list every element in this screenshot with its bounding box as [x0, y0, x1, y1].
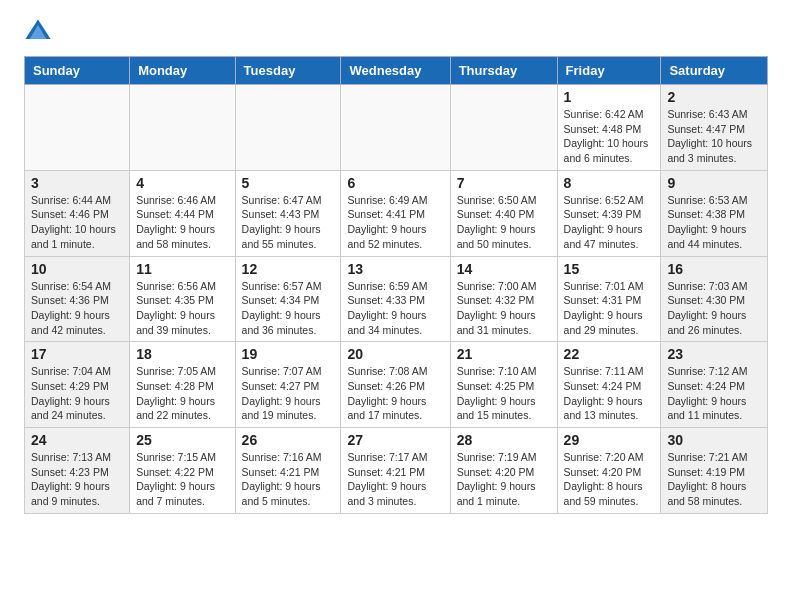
weekday-header: Saturday [661, 57, 768, 85]
day-info: Sunrise: 6:43 AM Sunset: 4:47 PM Dayligh… [667, 107, 761, 166]
calendar-week-row: 24Sunrise: 7:13 AM Sunset: 4:23 PM Dayli… [25, 428, 768, 514]
weekday-header: Sunday [25, 57, 130, 85]
day-number: 2 [667, 89, 761, 105]
day-number: 8 [564, 175, 655, 191]
calendar-day-cell: 1Sunrise: 6:42 AM Sunset: 4:48 PM Daylig… [557, 85, 661, 171]
weekday-header: Thursday [450, 57, 557, 85]
day-info: Sunrise: 7:20 AM Sunset: 4:20 PM Dayligh… [564, 450, 655, 509]
day-number: 5 [242, 175, 335, 191]
weekday-header: Friday [557, 57, 661, 85]
calendar-day-cell: 17Sunrise: 7:04 AM Sunset: 4:29 PM Dayli… [25, 342, 130, 428]
day-info: Sunrise: 6:50 AM Sunset: 4:40 PM Dayligh… [457, 193, 551, 252]
day-number: 17 [31, 346, 123, 362]
day-number: 4 [136, 175, 228, 191]
day-number: 24 [31, 432, 123, 448]
calendar-day-cell: 26Sunrise: 7:16 AM Sunset: 4:21 PM Dayli… [235, 428, 341, 514]
day-number: 18 [136, 346, 228, 362]
day-info: Sunrise: 6:46 AM Sunset: 4:44 PM Dayligh… [136, 193, 228, 252]
calendar-day-cell: 3Sunrise: 6:44 AM Sunset: 4:46 PM Daylig… [25, 170, 130, 256]
calendar-day-cell: 19Sunrise: 7:07 AM Sunset: 4:27 PM Dayli… [235, 342, 341, 428]
calendar-day-cell: 18Sunrise: 7:05 AM Sunset: 4:28 PM Dayli… [130, 342, 235, 428]
day-info: Sunrise: 7:17 AM Sunset: 4:21 PM Dayligh… [347, 450, 443, 509]
page-header [0, 0, 792, 56]
calendar-day-cell: 7Sunrise: 6:50 AM Sunset: 4:40 PM Daylig… [450, 170, 557, 256]
calendar-day-cell: 14Sunrise: 7:00 AM Sunset: 4:32 PM Dayli… [450, 256, 557, 342]
calendar-day-cell [450, 85, 557, 171]
calendar-day-cell: 24Sunrise: 7:13 AM Sunset: 4:23 PM Dayli… [25, 428, 130, 514]
day-number: 6 [347, 175, 443, 191]
calendar-day-cell: 8Sunrise: 6:52 AM Sunset: 4:39 PM Daylig… [557, 170, 661, 256]
weekday-header: Monday [130, 57, 235, 85]
day-info: Sunrise: 6:42 AM Sunset: 4:48 PM Dayligh… [564, 107, 655, 166]
day-number: 23 [667, 346, 761, 362]
calendar-header-row: SundayMondayTuesdayWednesdayThursdayFrid… [25, 57, 768, 85]
weekday-header: Tuesday [235, 57, 341, 85]
day-number: 1 [564, 89, 655, 105]
day-number: 21 [457, 346, 551, 362]
day-info: Sunrise: 7:21 AM Sunset: 4:19 PM Dayligh… [667, 450, 761, 509]
day-info: Sunrise: 7:15 AM Sunset: 4:22 PM Dayligh… [136, 450, 228, 509]
day-info: Sunrise: 6:57 AM Sunset: 4:34 PM Dayligh… [242, 279, 335, 338]
day-info: Sunrise: 7:08 AM Sunset: 4:26 PM Dayligh… [347, 364, 443, 423]
day-info: Sunrise: 7:13 AM Sunset: 4:23 PM Dayligh… [31, 450, 123, 509]
day-info: Sunrise: 7:11 AM Sunset: 4:24 PM Dayligh… [564, 364, 655, 423]
day-number: 12 [242, 261, 335, 277]
day-info: Sunrise: 6:56 AM Sunset: 4:35 PM Dayligh… [136, 279, 228, 338]
day-info: Sunrise: 6:47 AM Sunset: 4:43 PM Dayligh… [242, 193, 335, 252]
calendar-day-cell: 27Sunrise: 7:17 AM Sunset: 4:21 PM Dayli… [341, 428, 450, 514]
calendar-day-cell [235, 85, 341, 171]
calendar-day-cell: 30Sunrise: 7:21 AM Sunset: 4:19 PM Dayli… [661, 428, 768, 514]
day-number: 16 [667, 261, 761, 277]
calendar-day-cell: 20Sunrise: 7:08 AM Sunset: 4:26 PM Dayli… [341, 342, 450, 428]
day-info: Sunrise: 7:03 AM Sunset: 4:30 PM Dayligh… [667, 279, 761, 338]
day-info: Sunrise: 6:52 AM Sunset: 4:39 PM Dayligh… [564, 193, 655, 252]
logo [24, 18, 56, 46]
calendar-wrapper: SundayMondayTuesdayWednesdayThursdayFrid… [0, 56, 792, 526]
calendar-day-cell: 6Sunrise: 6:49 AM Sunset: 4:41 PM Daylig… [341, 170, 450, 256]
day-number: 14 [457, 261, 551, 277]
calendar-day-cell [25, 85, 130, 171]
weekday-header: Wednesday [341, 57, 450, 85]
calendar-day-cell: 28Sunrise: 7:19 AM Sunset: 4:20 PM Dayli… [450, 428, 557, 514]
day-number: 13 [347, 261, 443, 277]
day-info: Sunrise: 7:04 AM Sunset: 4:29 PM Dayligh… [31, 364, 123, 423]
calendar-week-row: 3Sunrise: 6:44 AM Sunset: 4:46 PM Daylig… [25, 170, 768, 256]
day-number: 15 [564, 261, 655, 277]
calendar-day-cell [130, 85, 235, 171]
day-number: 20 [347, 346, 443, 362]
day-number: 26 [242, 432, 335, 448]
day-info: Sunrise: 7:05 AM Sunset: 4:28 PM Dayligh… [136, 364, 228, 423]
calendar-week-row: 10Sunrise: 6:54 AM Sunset: 4:36 PM Dayli… [25, 256, 768, 342]
day-number: 30 [667, 432, 761, 448]
day-info: Sunrise: 7:12 AM Sunset: 4:24 PM Dayligh… [667, 364, 761, 423]
day-info: Sunrise: 6:54 AM Sunset: 4:36 PM Dayligh… [31, 279, 123, 338]
day-number: 29 [564, 432, 655, 448]
calendar-week-row: 17Sunrise: 7:04 AM Sunset: 4:29 PM Dayli… [25, 342, 768, 428]
calendar-day-cell: 21Sunrise: 7:10 AM Sunset: 4:25 PM Dayli… [450, 342, 557, 428]
calendar-table: SundayMondayTuesdayWednesdayThursdayFrid… [24, 56, 768, 514]
calendar-day-cell: 13Sunrise: 6:59 AM Sunset: 4:33 PM Dayli… [341, 256, 450, 342]
day-number: 10 [31, 261, 123, 277]
calendar-day-cell: 4Sunrise: 6:46 AM Sunset: 4:44 PM Daylig… [130, 170, 235, 256]
calendar-day-cell: 2Sunrise: 6:43 AM Sunset: 4:47 PM Daylig… [661, 85, 768, 171]
calendar-day-cell [341, 85, 450, 171]
day-info: Sunrise: 7:00 AM Sunset: 4:32 PM Dayligh… [457, 279, 551, 338]
calendar-day-cell: 23Sunrise: 7:12 AM Sunset: 4:24 PM Dayli… [661, 342, 768, 428]
day-number: 25 [136, 432, 228, 448]
day-info: Sunrise: 7:01 AM Sunset: 4:31 PM Dayligh… [564, 279, 655, 338]
calendar-week-row: 1Sunrise: 6:42 AM Sunset: 4:48 PM Daylig… [25, 85, 768, 171]
day-info: Sunrise: 7:07 AM Sunset: 4:27 PM Dayligh… [242, 364, 335, 423]
day-info: Sunrise: 7:16 AM Sunset: 4:21 PM Dayligh… [242, 450, 335, 509]
day-info: Sunrise: 6:59 AM Sunset: 4:33 PM Dayligh… [347, 279, 443, 338]
calendar-day-cell: 15Sunrise: 7:01 AM Sunset: 4:31 PM Dayli… [557, 256, 661, 342]
day-info: Sunrise: 7:10 AM Sunset: 4:25 PM Dayligh… [457, 364, 551, 423]
calendar-day-cell: 16Sunrise: 7:03 AM Sunset: 4:30 PM Dayli… [661, 256, 768, 342]
day-info: Sunrise: 6:49 AM Sunset: 4:41 PM Dayligh… [347, 193, 443, 252]
calendar-day-cell: 12Sunrise: 6:57 AM Sunset: 4:34 PM Dayli… [235, 256, 341, 342]
day-info: Sunrise: 6:44 AM Sunset: 4:46 PM Dayligh… [31, 193, 123, 252]
day-number: 11 [136, 261, 228, 277]
day-info: Sunrise: 7:19 AM Sunset: 4:20 PM Dayligh… [457, 450, 551, 509]
day-number: 9 [667, 175, 761, 191]
page-container: SundayMondayTuesdayWednesdayThursdayFrid… [0, 0, 792, 526]
calendar-day-cell: 11Sunrise: 6:56 AM Sunset: 4:35 PM Dayli… [130, 256, 235, 342]
